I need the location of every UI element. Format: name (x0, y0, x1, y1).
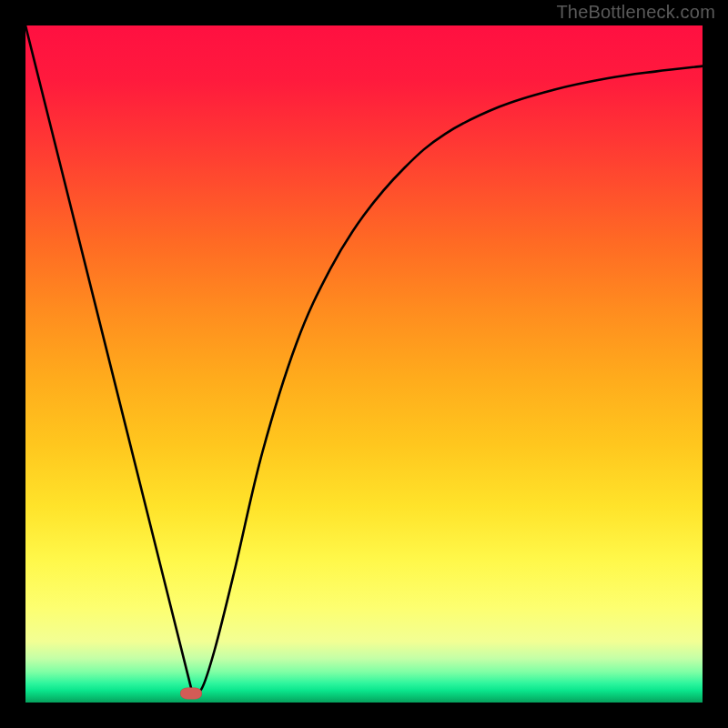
chart-frame: TheBottleneck.com (0, 0, 728, 728)
plot-area (25, 25, 703, 703)
curve-svg (25, 25, 703, 703)
watermark-text: TheBottleneck.com (556, 2, 715, 23)
curve-path (25, 25, 703, 693)
minimum-marker (180, 687, 202, 699)
